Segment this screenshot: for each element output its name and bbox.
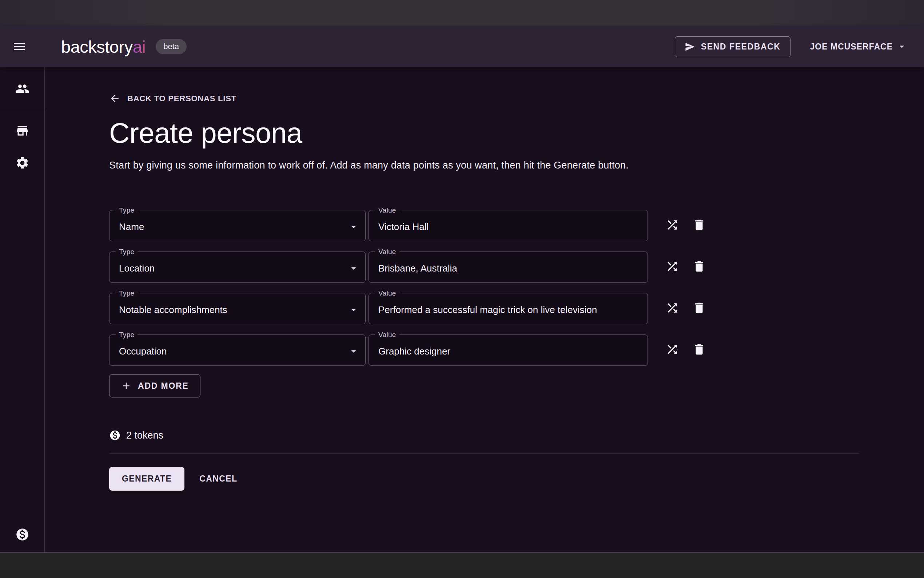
send-feedback-button[interactable]: SEND FEEDBACK: [675, 36, 790, 57]
send-feedback-label: SEND FEEDBACK: [701, 42, 781, 52]
sidebar: [0, 67, 45, 552]
trash-icon: [692, 260, 706, 273]
beta-badge: beta: [156, 39, 187, 54]
value-input-text: Performed a successful magic trick on li…: [378, 304, 597, 315]
sidebar-item-tokens[interactable]: [0, 521, 44, 547]
token-count-label: 2 tokens: [126, 430, 163, 441]
sidebar-item-store[interactable]: [0, 115, 44, 147]
dropdown-arrow-icon: [348, 262, 359, 274]
token-dollar-icon: [109, 430, 121, 441]
add-more-label: ADD MORE: [138, 381, 189, 391]
value-input-text: Brisbane, Australia: [378, 262, 457, 274]
type-select-value: Name: [119, 221, 144, 232]
delete-row-button[interactable]: [691, 300, 707, 316]
sidebar-group: [0, 110, 44, 179]
type-select[interactable]: Type Notable accomplishments: [109, 291, 366, 324]
shuffle-icon: [665, 301, 679, 315]
logo-accent: ai: [133, 37, 146, 57]
send-icon: [685, 42, 695, 52]
window-top-strip: [0, 0, 924, 26]
token-cost-indicator: 2 tokens: [109, 430, 924, 441]
randomize-row-button[interactable]: [665, 342, 680, 357]
type-field-label: Type: [116, 208, 138, 212]
gear-icon: [15, 156, 29, 170]
hamburger-icon: [12, 39, 27, 54]
type-field-label: Type: [116, 333, 138, 337]
sidebar-item-settings[interactable]: [0, 147, 44, 179]
type-select-value: Location: [119, 262, 155, 274]
plus-icon: [121, 380, 132, 391]
persona-form: Type Name Value Victoria Hall: [109, 208, 924, 398]
value-input[interactable]: Value Victoria Hall: [369, 208, 648, 241]
value-input[interactable]: Value Performed a successful magic trick…: [369, 291, 648, 324]
generate-button[interactable]: GENERATE: [109, 467, 184, 490]
value-input-text: Graphic designer: [378, 346, 450, 357]
row-actions: [665, 300, 707, 316]
value-field-label: Value: [375, 333, 400, 337]
user-name-label: JOE MCUSERFACE: [810, 42, 893, 52]
type-select-value: Notable accomplishments: [119, 304, 227, 315]
delete-row-button[interactable]: [691, 342, 707, 357]
delete-row-button[interactable]: [691, 217, 707, 232]
trash-icon: [692, 218, 706, 232]
footer-divider: [109, 453, 859, 453]
randomize-row-button[interactable]: [665, 300, 680, 316]
main-content: BACK TO PERSONAS LIST Create persona Sta…: [45, 67, 924, 552]
arrow-back-icon: [109, 93, 120, 104]
page-subtitle: Start by giving us some information to w…: [109, 160, 924, 171]
type-select-value: Occupation: [119, 346, 167, 357]
value-input-text: Victoria Hall: [378, 221, 429, 232]
persona-data-row: Type Notable accomplishments Value Perfo…: [109, 291, 924, 324]
back-to-personas-link[interactable]: BACK TO PERSONAS LIST: [109, 93, 236, 104]
shuffle-icon: [665, 218, 679, 232]
value-input[interactable]: Value Graphic designer: [369, 333, 648, 366]
persona-data-row: Type Name Value Victoria Hall: [109, 208, 924, 241]
app-logo: backstoryai: [61, 37, 146, 57]
value-field-label: Value: [375, 291, 400, 295]
chevron-down-icon: [896, 41, 907, 52]
type-select[interactable]: Type Occupation: [109, 333, 366, 366]
trash-icon: [692, 343, 706, 356]
randomize-row-button[interactable]: [665, 259, 680, 274]
dropdown-arrow-icon: [348, 304, 359, 316]
type-field-label: Type: [116, 250, 138, 254]
app-header: backstoryai beta SEND FEEDBACK JOE MCUSE…: [0, 26, 924, 67]
hamburger-menu-button[interactable]: [11, 38, 28, 55]
logo-text: backstory: [61, 37, 133, 57]
persona-data-row: Type Occupation Value Graphic designer: [109, 333, 924, 366]
delete-row-button[interactable]: [691, 259, 707, 274]
persona-data-row: Type Location Value Brisbane, Australia: [109, 250, 924, 283]
randomize-row-button[interactable]: [665, 217, 680, 232]
back-link-label: BACK TO PERSONAS LIST: [127, 94, 236, 103]
form-actions: GENERATE CANCEL: [109, 467, 924, 490]
store-icon: [15, 124, 29, 138]
shuffle-icon: [665, 260, 679, 273]
type-select[interactable]: Type Location: [109, 250, 366, 283]
add-more-button[interactable]: ADD MORE: [109, 374, 201, 398]
page-title: Create persona: [109, 116, 924, 150]
value-field-label: Value: [375, 250, 400, 254]
cancel-button[interactable]: CANCEL: [196, 474, 240, 484]
row-actions: [665, 342, 707, 357]
monetization-icon: [15, 528, 29, 542]
shuffle-icon: [665, 343, 679, 356]
user-account-menu[interactable]: JOE MCUSERFACE: [808, 41, 909, 52]
dropdown-arrow-icon: [348, 346, 359, 357]
value-field-label: Value: [375, 208, 400, 212]
desktop-taskbar-strip: [0, 552, 924, 578]
dropdown-arrow-icon: [348, 221, 359, 232]
row-actions: [665, 259, 707, 274]
row-actions: [665, 217, 707, 232]
sidebar-item-personas[interactable]: [0, 67, 44, 110]
value-input[interactable]: Value Brisbane, Australia: [369, 250, 648, 283]
trash-icon: [692, 301, 706, 315]
app-shell: BACK TO PERSONAS LIST Create persona Sta…: [0, 67, 924, 552]
type-field-label: Type: [116, 291, 138, 295]
type-select[interactable]: Type Name: [109, 208, 366, 241]
people-icon: [15, 81, 29, 96]
